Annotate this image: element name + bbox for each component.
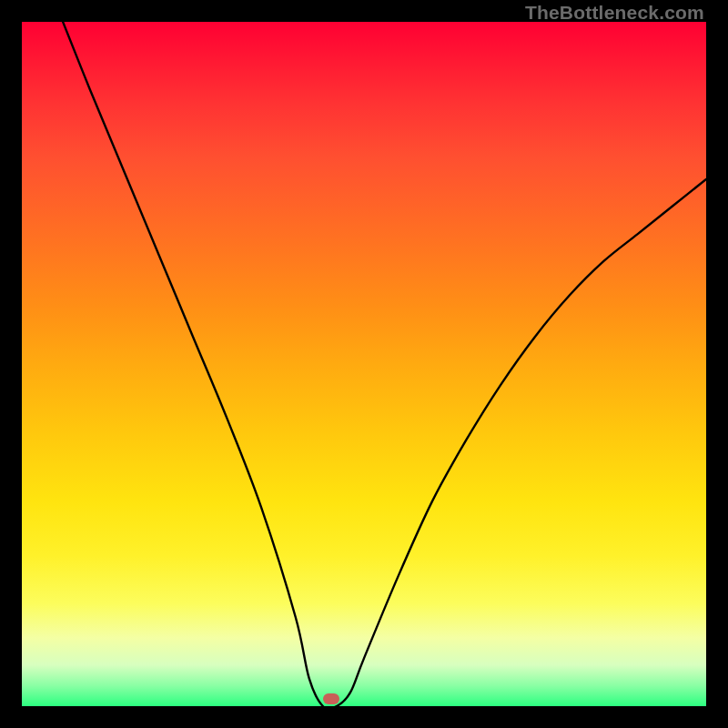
bottleneck-curve — [22, 22, 706, 706]
chart-frame: TheBottleneck.com — [0, 0, 728, 728]
plot-area — [22, 22, 706, 706]
watermark-text: TheBottleneck.com — [525, 2, 704, 24]
minimum-marker — [323, 693, 339, 704]
